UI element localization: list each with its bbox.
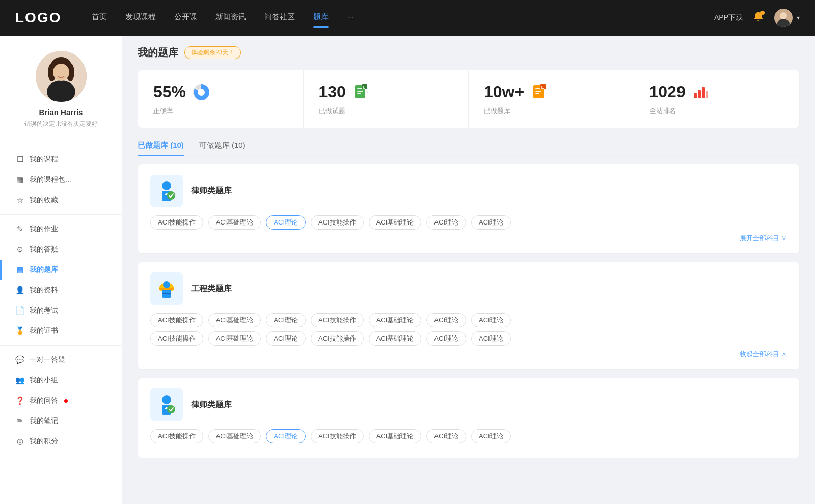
- chat-icon: 💬: [15, 355, 24, 365]
- tag-e2-4[interactable]: ACI技能操作: [311, 331, 364, 346]
- qbank-title-engineer: 工程类题库: [191, 284, 232, 294]
- stat-rank-top: 1029: [649, 82, 784, 101]
- qbank-title-lawyer-2: 律师类题库: [191, 400, 232, 410]
- tag-e-4[interactable]: ACI技能操作: [311, 313, 364, 327]
- note-icon: ✏: [15, 416, 24, 426]
- pie-chart-icon: [192, 83, 210, 101]
- qbank-card-lawyer-1: 律师类题库 ACI技能操作 ACI基础理论 ACI理论 ACI技能操作 ACI基…: [138, 164, 800, 254]
- tag-l2-3[interactable]: ACI理论: [266, 429, 306, 443]
- tag-l1-3[interactable]: ACI理论: [266, 215, 306, 230]
- notification-bell[interactable]: [753, 11, 764, 24]
- sidebar-item-notes[interactable]: ✏ 我的笔记: [0, 411, 122, 431]
- stat-done-banks-label: 已做题库: [484, 106, 618, 116]
- tag-e-5[interactable]: ACI基础理论: [369, 313, 422, 327]
- tag-l1-6[interactable]: ACI理论: [426, 215, 466, 230]
- logo: LOGO: [15, 10, 61, 26]
- svg-point-31: [163, 281, 170, 288]
- nav-news[interactable]: 新闻资讯: [215, 12, 246, 24]
- lawyer-icon-2: [150, 388, 183, 421]
- tab-done[interactable]: 已做题库 (10): [138, 141, 184, 155]
- stat-accuracy-top: 55%: [153, 82, 288, 101]
- svg-point-1: [780, 12, 787, 19]
- topnav-right: APP下载 ▾: [714, 9, 800, 27]
- sidebar-item-cert[interactable]: 🏅 我的证书: [0, 321, 122, 341]
- tag-e2-3[interactable]: ACI理论: [266, 331, 306, 346]
- nav-qbank[interactable]: 题库: [313, 12, 329, 24]
- qbank-tags-lawyer-2: ACI技能操作 ACI基础理论 ACI理论 ACI技能操作 ACI基础理论 AC…: [150, 429, 787, 443]
- nav-links: 首页 发现课程 公开课 新闻资讯 问答社区 题库 ···: [92, 12, 714, 24]
- tag-l2-1[interactable]: ACI技能操作: [150, 429, 203, 443]
- tag-e2-7[interactable]: ACI理论: [471, 331, 511, 346]
- tag-l1-2[interactable]: ACI基础理论: [208, 215, 261, 230]
- nav-discover[interactable]: 发现课程: [125, 12, 156, 24]
- qa-icon: ❓: [15, 396, 24, 405]
- sidebar-item-profile[interactable]: 👤 我的资料: [0, 280, 122, 300]
- tag-e-7[interactable]: ACI理论: [471, 313, 511, 327]
- qbank-card-engineer-header: 工程类题库: [150, 272, 787, 305]
- sidebar-item-exam[interactable]: 📄 我的考试: [0, 300, 122, 321]
- sidebar-item-packages[interactable]: ▦ 我的课程包...: [0, 170, 122, 190]
- tag-l1-4[interactable]: ACI技能操作: [311, 215, 364, 230]
- sidebar-label-courses: 我的课程: [30, 155, 58, 164]
- sidebar-item-favorites[interactable]: ☆ 我的收藏: [0, 190, 122, 210]
- sidebar-item-answers[interactable]: ⊙ 我的答疑: [0, 239, 122, 260]
- sidebar-label-myqa: 我的问答: [30, 396, 58, 405]
- star-icon: ☆: [15, 195, 24, 205]
- tag-e2-6[interactable]: ACI理论: [426, 331, 466, 346]
- stat-done-banks: 10w+ 已做题库: [469, 70, 634, 128]
- nav-more[interactable]: ···: [347, 13, 354, 23]
- tag-e2-5[interactable]: ACI基础理论: [369, 331, 422, 346]
- tag-e-3[interactable]: ACI理论: [266, 313, 306, 327]
- page-title: 我的题库: [138, 46, 178, 60]
- tag-e-1[interactable]: ACI技能操作: [150, 313, 203, 327]
- svg-rect-24: [702, 87, 705, 98]
- green-doc-icon: [352, 83, 370, 101]
- tag-e-2[interactable]: ACI基础理论: [208, 313, 261, 327]
- tag-l1-5[interactable]: ACI基础理论: [369, 215, 422, 230]
- nav-qa[interactable]: 问答社区: [264, 12, 295, 24]
- nav-open[interactable]: 公开课: [174, 12, 197, 24]
- svg-point-26: [162, 181, 171, 190]
- topnav: LOGO 首页 发现课程 公开课 新闻资讯 问答社区 题库 ··· APP下载: [0, 0, 815, 36]
- sidebar: Brian Harris 错误的决定比没有决定要好 ☐ 我的课程 ▦ 我的课程包…: [0, 36, 122, 504]
- tag-e2-2[interactable]: ACI基础理论: [208, 331, 261, 346]
- sidebar-item-qbank[interactable]: ▤ 我的题库: [0, 260, 122, 280]
- tag-l2-4[interactable]: ACI技能操作: [311, 429, 364, 443]
- sidebar-item-courses[interactable]: ☐ 我的课程: [0, 149, 122, 170]
- chart-icon: ▦: [15, 175, 24, 184]
- tag-l1-7[interactable]: ACI理论: [471, 215, 511, 230]
- user-avatar-menu[interactable]: ▾: [774, 9, 800, 27]
- sidebar-label-notes: 我的笔记: [30, 416, 58, 426]
- tag-l2-7[interactable]: ACI理论: [471, 429, 511, 443]
- tag-l2-2[interactable]: ACI基础理论: [208, 429, 261, 443]
- sidebar-label-qbank: 我的题库: [30, 265, 58, 274]
- group-icon: 👥: [15, 376, 24, 385]
- sidebar-menu: ☐ 我的课程 ▦ 我的课程包... ☆ 我的收藏 ✎ 我的作业 ⊙ 我的答疑 ▤: [0, 147, 122, 454]
- sidebar-item-group[interactable]: 👥 我的小组: [0, 370, 122, 390]
- stat-done-questions-top: 130: [319, 82, 453, 101]
- svg-point-11: [198, 89, 205, 96]
- sidebar-label-1on1: 一对一答疑: [30, 355, 65, 365]
- svg-rect-14: [357, 91, 363, 92]
- sidebar-profile: Brian Harris 错误的决定比没有决定要好: [0, 36, 122, 138]
- sidebar-item-1on1[interactable]: 💬 一对一答疑: [0, 350, 122, 370]
- sidebar-item-myqa[interactable]: ❓ 我的问答: [0, 390, 122, 411]
- sidebar-item-homework[interactable]: ✎ 我的作业: [0, 219, 122, 239]
- collapse-engineer[interactable]: 收起全部科目 ∧: [150, 350, 787, 359]
- app-download-link[interactable]: APP下载: [714, 13, 743, 22]
- tag-e2-1[interactable]: ACI技能操作: [150, 331, 203, 346]
- tab-todo[interactable]: 可做题库 (10): [199, 141, 246, 155]
- expand-lawyer-1[interactable]: 展开全部科目 ∨: [150, 234, 787, 243]
- doc-icon: 📄: [15, 306, 24, 315]
- stat-done-banks-top: 10w+: [484, 82, 618, 101]
- tag-e-6[interactable]: ACI理论: [426, 313, 466, 327]
- nav-home[interactable]: 首页: [92, 12, 107, 24]
- cert-icon: 🏅: [15, 326, 24, 335]
- sidebar-item-points[interactable]: ◎ 我的积分: [0, 431, 122, 452]
- tag-l2-6[interactable]: ACI理论: [426, 429, 466, 443]
- tag-l1-1[interactable]: ACI技能操作: [150, 215, 203, 230]
- tag-l2-5[interactable]: ACI基础理论: [369, 429, 422, 443]
- svg-point-34: [162, 395, 171, 404]
- svg-point-28: [167, 191, 175, 200]
- profile-avatar: [36, 51, 87, 102]
